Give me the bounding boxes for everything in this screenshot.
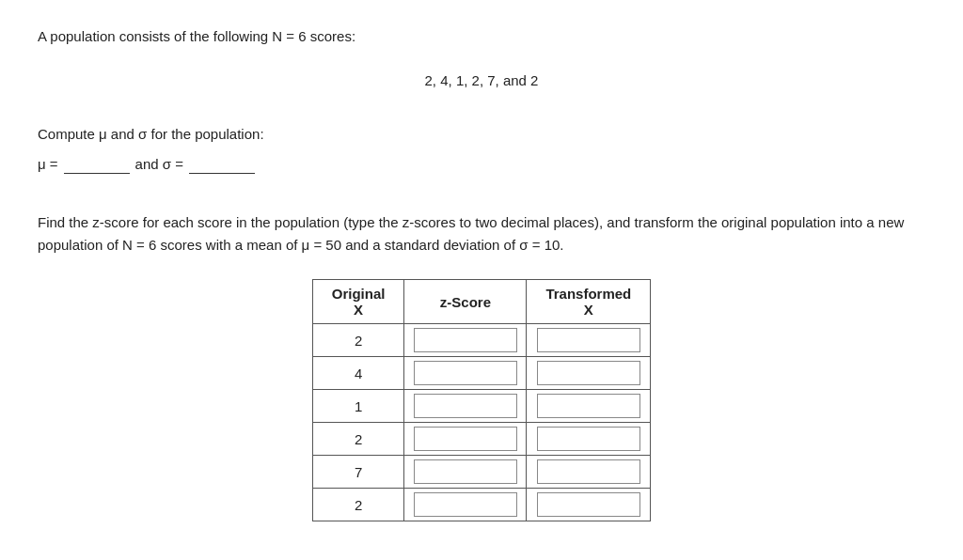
intro-text: A population consists of the following N…	[38, 28, 925, 44]
col-header-transformed: Transformed X	[527, 280, 651, 324]
transformed-x-input[interactable]	[537, 492, 640, 517]
original-x-value: 7	[312, 456, 404, 489]
transformed-x-input[interactable]	[537, 361, 640, 385]
table-wrapper: Original X z-Score Transformed X 241272	[38, 279, 925, 521]
find-text: Find the z-score for each score in the p…	[38, 211, 925, 257]
zscore-input[interactable]	[414, 459, 517, 484]
table-row: 2	[312, 423, 651, 456]
table-row: 1	[312, 390, 651, 423]
transformed-x-input[interactable]	[537, 394, 640, 418]
transformed-x-cell[interactable]	[527, 423, 651, 456]
original-x-value: 2	[312, 423, 404, 456]
zscore-input[interactable]	[414, 492, 517, 517]
mu-sigma-line: μ = and σ =	[38, 153, 925, 174]
zscore-input[interactable]	[414, 361, 517, 385]
original-x-value: 2	[312, 489, 404, 521]
transformed-x-input[interactable]	[537, 328, 640, 352]
table-row: 4	[312, 357, 651, 390]
mu-input[interactable]	[64, 153, 130, 174]
transformed-x-cell[interactable]	[527, 489, 651, 521]
mu-label: μ =	[38, 156, 58, 172]
compute-label: Compute μ and σ for the population:	[38, 126, 925, 142]
table-row: 7	[312, 456, 651, 489]
original-x-value: 1	[312, 390, 404, 423]
table-row: 2	[312, 324, 651, 357]
original-x-value: 2	[312, 324, 404, 357]
zscore-input[interactable]	[414, 394, 517, 418]
zscore-cell[interactable]	[404, 390, 527, 423]
transformed-x-cell[interactable]	[527, 324, 651, 357]
col-header-original: Original X	[312, 280, 404, 324]
zscore-cell[interactable]	[404, 324, 527, 357]
sigma-input[interactable]	[189, 153, 255, 174]
zscore-cell[interactable]	[404, 357, 527, 390]
compute-section: Compute μ and σ for the population: μ = …	[38, 126, 925, 174]
zscore-cell[interactable]	[404, 489, 527, 521]
table-row: 2	[312, 489, 651, 521]
transformed-x-input[interactable]	[537, 427, 640, 451]
scores-text: 2, 4, 1, 2, 7, and 2	[38, 72, 925, 88]
transformed-x-cell[interactable]	[527, 357, 651, 390]
zscore-input[interactable]	[414, 427, 517, 451]
zscore-cell[interactable]	[404, 456, 527, 489]
find-section: Find the z-score for each score in the p…	[38, 211, 925, 521]
transformed-x-cell[interactable]	[527, 456, 651, 489]
col-header-zscore: z-Score	[404, 280, 527, 324]
transformed-x-cell[interactable]	[527, 390, 651, 423]
zscore-cell[interactable]	[404, 423, 527, 456]
original-x-value: 4	[312, 357, 404, 390]
zscore-input[interactable]	[414, 328, 517, 352]
and-sigma-label: and σ =	[135, 156, 183, 172]
zscore-table: Original X z-Score Transformed X 241272	[312, 279, 652, 521]
transformed-x-input[interactable]	[537, 459, 640, 484]
